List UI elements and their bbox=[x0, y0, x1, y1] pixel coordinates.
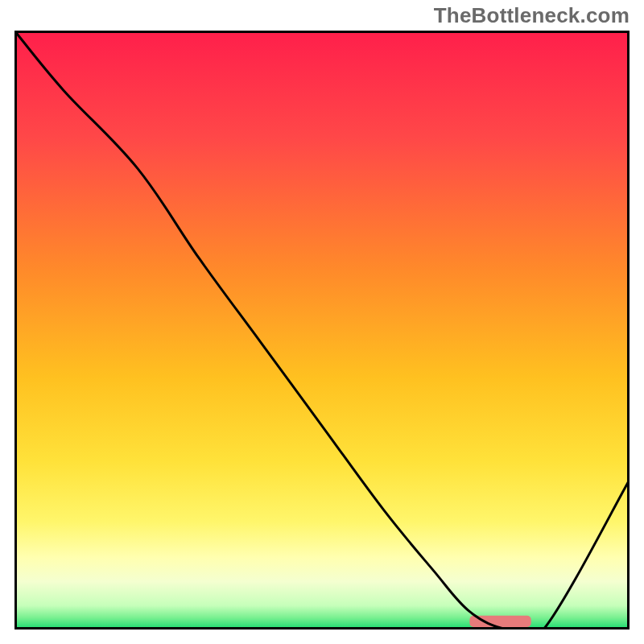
chart-plot-area bbox=[14, 31, 630, 630]
watermark-text: TheBottleneck.com bbox=[434, 3, 630, 28]
chart-background-gradient bbox=[14, 31, 630, 630]
chart-container: TheBottleneck.com bbox=[0, 0, 644, 644]
chart-svg bbox=[14, 31, 630, 630]
